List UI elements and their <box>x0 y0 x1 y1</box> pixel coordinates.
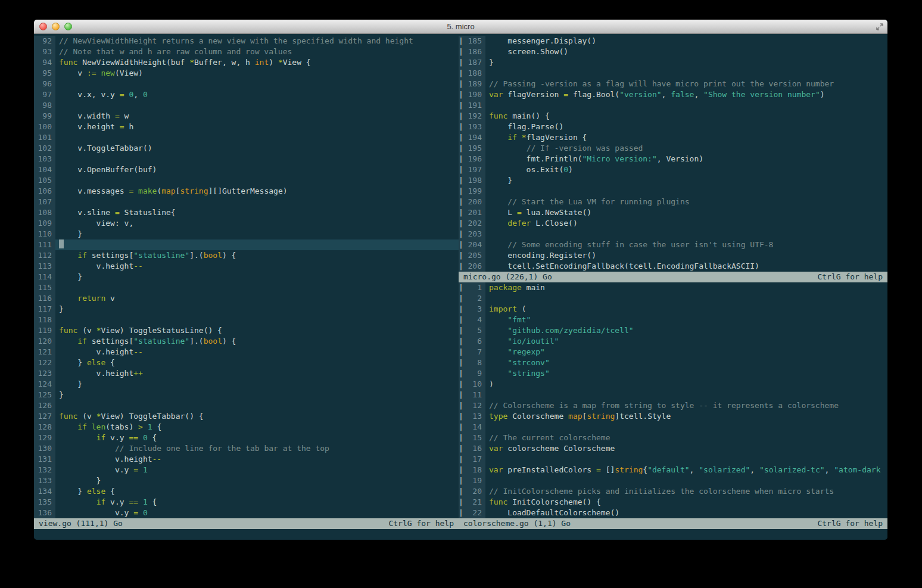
code-line[interactable]: 113 v.height-- <box>34 261 459 272</box>
code-line[interactable]: |200 // Start the Lua VM for running plu… <box>459 197 887 207</box>
code-line[interactable]: 99 v.width = w <box>34 111 459 122</box>
code-line[interactable]: |191 <box>459 100 887 111</box>
code-line[interactable]: |202 defer L.Close() <box>459 218 887 229</box>
code-line[interactable]: 104 v.OpenBuffer(buf) <box>34 164 459 175</box>
code-line[interactable]: 136 v.y = 0 <box>34 508 459 518</box>
code-line[interactable]: 107 <box>34 197 459 207</box>
code-line[interactable]: 133 } <box>34 475 459 486</box>
line-number: 199 <box>464 186 485 197</box>
code-line[interactable]: 101 <box>34 132 459 143</box>
code-line[interactable]: |206 tcell.SetEncodingFallback(tcell.Enc… <box>459 261 887 272</box>
code-line[interactable]: 117} <box>34 304 459 315</box>
code-line[interactable]: |197 os.Exit(0) <box>459 164 887 175</box>
code-line[interactable]: 108 v.sline = Statusline{ <box>34 207 459 218</box>
pane-bottom_right-code[interactable]: |1package main|2|3import (|4 "fmt"|5 "gi… <box>459 282 887 518</box>
code-line[interactable]: |19 <box>459 475 887 486</box>
code-line[interactable]: 111 <box>34 239 459 250</box>
code-line[interactable]: |204 // Some encoding stuff in case the … <box>459 239 887 250</box>
code-line[interactable]: 134 } else { <box>34 486 459 497</box>
code-line[interactable]: |17 <box>459 454 887 465</box>
code-line[interactable]: 96 <box>34 79 459 89</box>
code-line[interactable]: |198 } <box>459 175 887 186</box>
code-line[interactable]: 128 if len(tabs) > 1 { <box>34 422 459 433</box>
code-line[interactable]: |10) <box>459 379 887 390</box>
code-line[interactable]: |189// Passing -version as a flag will h… <box>459 79 887 89</box>
pane-left-code[interactable]: 92// NewViewWidthHeight returns a new vi… <box>34 34 459 518</box>
code-line[interactable]: |193 flag.Parse() <box>459 122 887 132</box>
code-line[interactable]: |203 <box>459 229 887 239</box>
code-line[interactable]: 103 <box>34 154 459 164</box>
resize-icon[interactable] <box>876 23 884 31</box>
code-line[interactable]: 129 if v.y == 0 { <box>34 433 459 443</box>
code-line[interactable]: 116 return v <box>34 293 459 304</box>
code-line[interactable]: 127func (v *View) ToggleTabbar() { <box>34 411 459 422</box>
code-line[interactable]: 109 view: v, <box>34 218 459 229</box>
pane-top_right-code[interactable]: |185 messenger.Display()|186 screen.Show… <box>459 34 887 272</box>
code-line[interactable]: 93// Note that w and h are raw column an… <box>34 46 459 57</box>
code-line[interactable]: |21func InitColorscheme() { <box>459 497 887 508</box>
code-line[interactable]: 119func (v *View) ToggleStatusLine() { <box>34 325 459 336</box>
code-line[interactable]: 121 v.height-- <box>34 347 459 357</box>
titlebar[interactable]: 5. micro <box>34 20 887 34</box>
code-line[interactable]: |7 "regexp" <box>459 347 887 357</box>
code-line[interactable]: |1package main <box>459 282 887 293</box>
code-line[interactable]: |199 <box>459 186 887 197</box>
code-line[interactable]: 122 } else { <box>34 357 459 368</box>
code-line[interactable]: 105 <box>34 175 459 186</box>
code-line[interactable]: |195 // If -version was passed <box>459 143 887 154</box>
code-line[interactable]: 120 if settings["statusline"].(bool) { <box>34 336 459 347</box>
code-line[interactable]: 97 v.x, v.y = 0, 0 <box>34 89 459 100</box>
code-line[interactable]: 95 v := new(View) <box>34 68 459 79</box>
code-line[interactable]: 131 v.height-- <box>34 454 459 465</box>
code-text: func (v *View) ToggleStatusLine() { <box>55 325 459 336</box>
code-line[interactable]: |194 if *flagVersion { <box>459 132 887 143</box>
code-line[interactable]: 130 // Include one line for the tab bar … <box>34 443 459 454</box>
code-line[interactable]: |20// InitColorscheme picks and initiali… <box>459 486 887 497</box>
code-line[interactable]: |6 "io/ioutil" <box>459 336 887 347</box>
code-line[interactable]: 102 v.ToggleTabbar() <box>34 143 459 154</box>
code-line[interactable]: 106 v.messages = make(map[string][]Gutte… <box>34 186 459 197</box>
code-line[interactable]: 92// NewViewWidthHeight returns a new vi… <box>34 36 459 46</box>
code-line[interactable]: |9 "strings" <box>459 368 887 379</box>
code-line[interactable]: |190var flagVersion = flag.Bool("version… <box>459 89 887 100</box>
code-line[interactable]: |18var preInstalledColors = []string{"de… <box>459 465 887 475</box>
line-number: 18 <box>464 465 485 475</box>
code-line[interactable]: |2 <box>459 293 887 304</box>
code-line[interactable]: 94func NewViewWidthHeight(buf *Buffer, w… <box>34 57 459 68</box>
code-line[interactable]: 110 } <box>34 229 459 239</box>
code-line[interactable]: |186 screen.Show() <box>459 46 887 57</box>
code-line[interactable]: 125} <box>34 390 459 400</box>
code-text: } else { <box>55 357 459 368</box>
code-line[interactable]: 98 <box>34 100 459 111</box>
code-line[interactable]: |14 <box>459 422 887 433</box>
code-line[interactable]: |4 "fmt" <box>459 315 887 325</box>
code-line[interactable]: 124 } <box>34 379 459 390</box>
code-line[interactable]: |196 fmt.Println("Micro version:", Versi… <box>459 154 887 164</box>
code-line[interactable]: |5 "github.com/zyedidia/tcell" <box>459 325 887 336</box>
code-line[interactable]: |13type Colorscheme map[string]tcell.Sty… <box>459 411 887 422</box>
code-line[interactable]: |192func main() { <box>459 111 887 122</box>
code-line[interactable]: |22 LoadDefaultColorscheme() <box>459 508 887 518</box>
code-line[interactable]: |188 <box>459 68 887 79</box>
code-line[interactable]: |205 encoding.Register() <box>459 250 887 261</box>
code-line[interactable]: |11 <box>459 390 887 400</box>
code-line[interactable]: 114 } <box>34 272 459 282</box>
code-line[interactable]: 115 <box>34 282 459 293</box>
code-line[interactable]: |185 messenger.Display() <box>459 36 887 46</box>
code-line[interactable]: |12// Colorscheme is a map from string t… <box>459 400 887 411</box>
code-line[interactable]: |3import ( <box>459 304 887 315</box>
pane-divider: | <box>459 368 464 379</box>
code-line[interactable]: 126 <box>34 400 459 411</box>
code-line[interactable]: |8 "strconv" <box>459 357 887 368</box>
code-text: "io/ioutil" <box>485 336 887 347</box>
code-line[interactable]: 135 if v.y == 1 { <box>34 497 459 508</box>
code-line[interactable]: 118 <box>34 315 459 325</box>
code-line[interactable]: 112 if settings["statusline"].(bool) { <box>34 250 459 261</box>
code-line[interactable]: |16var colorscheme Colorscheme <box>459 443 887 454</box>
code-line[interactable]: 132 v.y = 1 <box>34 465 459 475</box>
code-line[interactable]: |201 L = lua.NewState() <box>459 207 887 218</box>
code-line[interactable]: 100 v.height = h <box>34 122 459 132</box>
code-line[interactable]: 123 v.height++ <box>34 368 459 379</box>
code-line[interactable]: |15// The current colorscheme <box>459 433 887 443</box>
code-line[interactable]: |187} <box>459 57 887 68</box>
